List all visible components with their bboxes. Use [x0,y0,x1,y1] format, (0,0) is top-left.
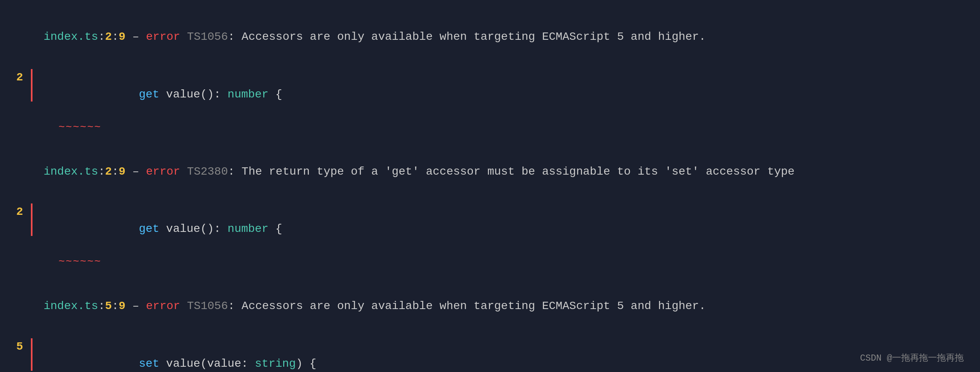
filename-1: index.ts [43,30,98,43]
squiggle-2: ~~~~~~ [57,255,282,268]
line-col-3: 5 [105,300,112,312]
line-number-1: 2 [16,69,31,86]
code-text-3: set value(value: string) { [57,338,317,372]
line-number-2: 2 [16,203,31,221]
code-content-2: get value(): number { ~~~~~~ [57,203,282,268]
left-bar-3 [31,338,33,371]
error-message-2: The return type of a 'get' accessor must… [242,165,795,178]
col-2: 9 [119,165,126,178]
error-keyword-2: error [146,165,180,178]
error-line-3: index.ts:5:9 – error TS1056: Accessors a… [16,282,964,330]
error-keyword-1: error [146,30,180,43]
code-type-2: number [228,223,269,235]
code-suffix-1: { [269,88,282,101]
left-bar-2 [31,203,33,236]
code-text-1: get value(): number { [57,69,282,120]
code-rest-1: value(): [159,88,228,101]
watermark: CSDN @一拖再拖一拖再拖 [860,352,964,364]
code-line-wrapper-2: 2 get value(): number { ~~~~~~ [16,203,964,268]
error-keyword-3: error [146,300,180,312]
code-text-2: get value(): number { [57,203,282,255]
code-rest-3: value(value: [159,357,255,370]
line-number-3: 5 [16,338,31,355]
error-code-2: TS2380 [187,165,228,178]
line-col-1: 2 [105,30,112,43]
error-message-3: Accessors are only available when target… [242,300,706,312]
error-line-1: index.ts:2:9 – error TS1056: Accessors a… [16,13,964,61]
code-keyword-3: set [139,357,159,370]
error-code-3: TS1056 [187,300,228,312]
code-line-wrapper-1: 2 get value(): number { ~~~~~~ [16,69,964,133]
col-3: 9 [119,300,126,312]
code-suffix-2: { [269,223,282,235]
code-type-1: number [228,88,269,101]
code-keyword-2: get [139,223,159,235]
code-content-3: set value(value: string) { ~~~~~~ [57,338,317,372]
filename-2: index.ts [43,165,98,178]
error-message-1: Accessors are only available when target… [242,30,706,43]
error-block-1: index.ts:2:9 – error TS1056: Accessors a… [16,13,964,133]
code-line-wrapper-3: 5 set value(value: string) { ~~~~~~ [16,338,964,372]
code-prefix-1 [111,88,139,101]
code-prefix-2 [111,223,139,235]
code-content-1: get value(): number { ~~~~~~ [57,69,282,133]
left-bar-1 [31,69,33,102]
filename-3: index.ts [43,300,98,312]
code-keyword-1: get [139,88,159,101]
squiggle-1: ~~~~~~ [57,121,282,133]
error-line-2: index.ts:2:9 – error TS2380: The return … [16,148,964,196]
error-block-3: index.ts:5:9 – error TS1056: Accessors a… [16,282,964,372]
code-prefix-3 [111,357,139,370]
error-code-1: TS1056 [187,30,228,43]
error-block-2: index.ts:2:9 – error TS2380: The return … [16,148,964,268]
code-suffix-3: ) { [296,357,316,370]
code-type-3: string [255,357,296,370]
code-rest-2: value(): [159,223,228,235]
line-col-2: 2 [105,165,112,178]
col-1: 9 [119,30,126,43]
